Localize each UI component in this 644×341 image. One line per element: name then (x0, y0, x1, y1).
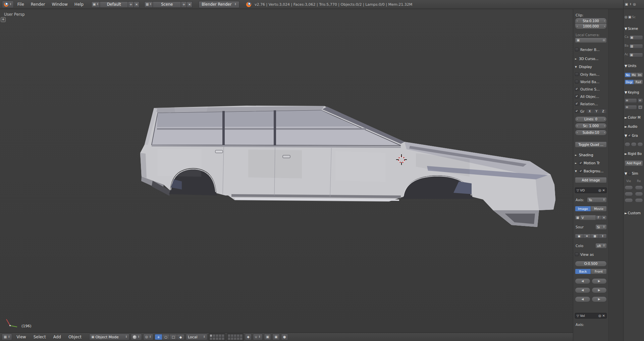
offset-field[interactable]: ▶ (592, 287, 607, 293)
toggle-quad-view-button[interactable]: Toggle Quad ... (575, 141, 607, 148)
degrees-toggle[interactable]: Degr (625, 79, 634, 84)
increment-icon[interactable]: ▶ (593, 280, 605, 283)
grid-lines-field[interactable]: ‹ Lines: 0 › (575, 116, 607, 122)
layer-cell[interactable] (222, 334, 224, 337)
panel-units[interactable]: ▼ Units (625, 63, 643, 68)
colorspace-select[interactable]: sR ↕ (595, 243, 607, 248)
render-opengl-anim-button[interactable]: ● (281, 334, 288, 340)
relationship-lines-toggle[interactable]: ✓ Relation... (575, 101, 607, 106)
checkbox[interactable] (628, 172, 631, 175)
pivot-point-select[interactable]: ◎ ↕ (143, 334, 153, 340)
offset-field[interactable]: ◀ (575, 278, 590, 284)
layer-cell[interactable] (240, 337, 243, 340)
panel-background-images[interactable]: ▼ ✓ Backgrou... (575, 168, 607, 174)
layer-cell[interactable] (237, 334, 239, 337)
gravity-y-field[interactable] (631, 142, 637, 147)
decrement-icon[interactable]: ◀ (577, 280, 589, 283)
render-border-toggle[interactable]: Render B... (575, 47, 607, 52)
menu-window[interactable]: Window (49, 1, 71, 8)
viewport-shading-select[interactable]: ↕ (131, 334, 142, 340)
layer-cell[interactable] (231, 334, 233, 337)
layer-cell[interactable] (210, 337, 212, 340)
snap-toggle[interactable]: ∪ ↕ (253, 334, 263, 340)
menu-file[interactable]: File (14, 1, 27, 8)
checkbox-checked[interactable]: ✓ (579, 169, 583, 173)
panel-3d-cursor[interactable]: ► 3D Curso... (575, 56, 607, 61)
translate-manipulator-button[interactable]: + (155, 334, 162, 340)
simplify-viewport-field[interactable] (625, 192, 633, 196)
increment-icon[interactable]: › (604, 19, 605, 22)
add-scene-button[interactable]: + (181, 1, 187, 8)
gravity-z-field[interactable] (637, 142, 643, 147)
decrement-icon[interactable]: ◀ (577, 289, 589, 292)
camera-field[interactable]: ▣ (629, 35, 643, 40)
menu-view[interactable]: View (13, 334, 29, 340)
menu-select[interactable]: Select (31, 334, 49, 340)
size-field[interactable]: ◀ (575, 296, 590, 302)
keying-set-field[interactable]: ≡ (625, 98, 637, 103)
rotate-manipulator-button[interactable]: ○ (162, 334, 170, 340)
increment-icon[interactable]: › (604, 25, 605, 28)
unlink-image-button[interactable]: ✕ (601, 215, 607, 220)
opacity-slider[interactable]: O:0.500 (575, 261, 607, 267)
layer-cell[interactable] (228, 334, 230, 337)
checkbox-checked[interactable]: ✓ (575, 109, 579, 113)
axis-x-toggle[interactable]: X (586, 109, 593, 114)
image-name-field[interactable]: V (580, 215, 596, 220)
layer-cell[interactable] (219, 334, 221, 337)
offset-field[interactable]: ◀ (575, 287, 590, 293)
background-image-item-header[interactable]: ▽ VO ◎ ✕ (575, 187, 607, 193)
menu-add[interactable]: Add (50, 334, 64, 340)
simplify-render-field[interactable] (635, 185, 643, 190)
properties-tab-icon[interactable]: ◎ (633, 3, 636, 6)
screen-layout-browse-button[interactable]: ▣ ↕ (91, 1, 100, 8)
all-object-origins-toggle[interactable]: ✓ All Objec... (575, 94, 607, 99)
radians-toggle[interactable]: Rad (634, 79, 643, 84)
layer-cell[interactable] (234, 337, 236, 340)
checkbox-checked[interactable]: ✓ (628, 134, 631, 137)
panel-motion-tracking[interactable]: ► ✓ Motion Tr (575, 160, 607, 166)
snap-element-select[interactable]: ▣ (264, 334, 271, 340)
checkbox[interactable] (575, 72, 579, 76)
pack-icon[interactable]: ▦ (591, 234, 599, 238)
panel-keying[interactable]: ▼ Keying (625, 90, 643, 95)
layer-cell[interactable] (216, 334, 218, 337)
grid-scale-field[interactable]: ‹ Sc: 1.000 › (575, 123, 607, 129)
layer-cell[interactable] (213, 337, 215, 340)
render-opengl-button[interactable]: ▣ (272, 334, 279, 340)
3d-viewport[interactable]: User Persp (196) + (0, 9, 573, 333)
increment-icon[interactable]: › (604, 131, 605, 134)
checkbox-checked[interactable]: ✓ (575, 87, 579, 91)
front-toggle[interactable]: Front (591, 269, 607, 274)
local-camera-field[interactable]: ▣ ◎ (575, 38, 607, 43)
checkbox[interactable] (575, 252, 579, 256)
browse-image-icon[interactable]: ▦ (575, 215, 580, 220)
unit-none-toggle[interactable]: No (625, 72, 631, 77)
unit-imperial-toggle[interactable]: Im (637, 72, 643, 77)
axis-y-toggle[interactable]: Y (593, 109, 600, 114)
lock-to-scene-button[interactable]: ◆ (245, 334, 252, 340)
increment-icon[interactable]: › (604, 124, 605, 127)
simplify-render-field[interactable] (635, 192, 643, 196)
menu-object[interactable]: Object (65, 334, 85, 340)
layer-cell[interactable] (219, 337, 221, 340)
checkbox-checked[interactable]: ✓ (575, 102, 579, 106)
back-toggle[interactable]: Back (575, 269, 591, 274)
eye-icon[interactable]: ◎ (598, 189, 601, 192)
panel-custom-properties[interactable]: ► Custom (625, 211, 643, 216)
filepath-icon[interactable]: ≡ (583, 234, 591, 238)
decrement-icon[interactable]: ◀ (577, 298, 589, 301)
increment-icon[interactable]: ▶ (593, 298, 605, 301)
source-select[interactable]: Si ↕ (595, 224, 607, 230)
eye-icon[interactable]: ◎ (598, 314, 601, 318)
checkbox-checked[interactable]: ✓ (579, 161, 583, 165)
simplify-viewport-field[interactable] (625, 185, 633, 190)
scene-context-icon[interactable]: ▣ (628, 15, 631, 19)
layer-cell[interactable] (237, 337, 239, 340)
panel-gravity[interactable]: ▼ ✓ Gra (625, 133, 643, 138)
manipulator-mode-button[interactable]: ◆ (177, 334, 184, 340)
render-engine-select[interactable]: Blender Render ↕ (199, 1, 239, 8)
movie-toggle[interactable]: Movie (591, 206, 607, 212)
checkbox[interactable] (575, 80, 579, 83)
reload-icon[interactable]: ↕ (599, 234, 607, 238)
